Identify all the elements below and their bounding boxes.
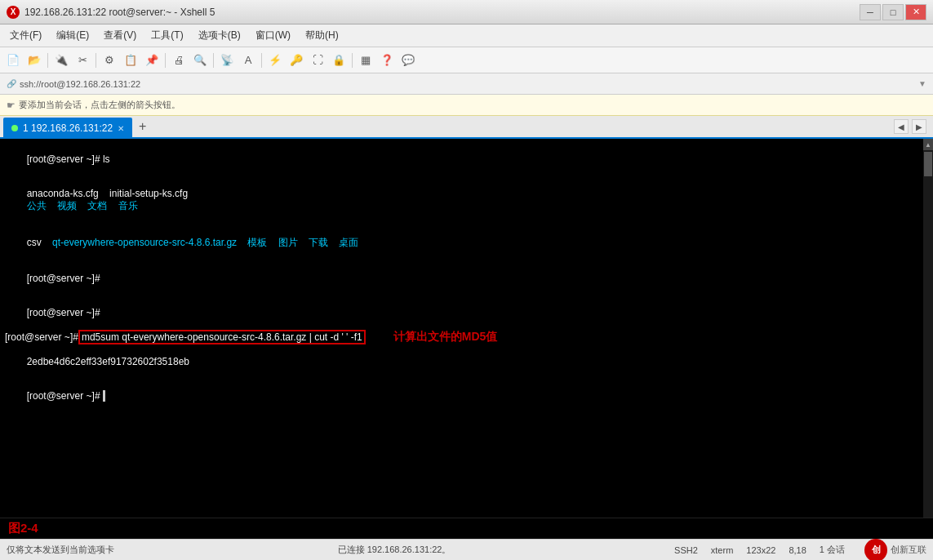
term-line-3: csv qt-everywhere-opensource-src-4.8.6.t… bbox=[5, 224, 918, 261]
annotation-md5: 计算出文件的MD5值 bbox=[382, 330, 498, 344]
term-line-5: [root@server ~]# bbox=[5, 296, 918, 330]
address-dropdown[interactable]: ▼ bbox=[918, 79, 926, 88]
menu-help[interactable]: 帮助(H) bbox=[299, 26, 345, 45]
status-size: 123x22 bbox=[746, 545, 775, 555]
title-left: X 192.168.26.131:22 root@server:~ - Xshe… bbox=[7, 6, 215, 19]
copy-button[interactable]: 📋 bbox=[121, 51, 140, 70]
ssh-icon: 🔗 bbox=[7, 79, 16, 88]
terminal[interactable]: [root@server ~]# ls anaconda-ks.cfg init… bbox=[0, 139, 923, 518]
status-position: 8,18 bbox=[789, 545, 806, 555]
info-text: 要添加当前会话，点击左侧的箭头按钮。 bbox=[19, 99, 180, 111]
print-button[interactable]: 🖨 bbox=[169, 51, 189, 70]
md5-value: 2edbe4d6c2eff33ef91732602f3518eb bbox=[27, 356, 189, 367]
term-line-2: anaconda-ks.cfg initial-setup-ks.cfg 公共 … bbox=[5, 176, 918, 224]
cmd-md5: md5sum qt-everywhere-opensource-src-4.8.… bbox=[78, 330, 366, 344]
status-send-text: 仅将文本发送到当前选项卡 bbox=[7, 544, 114, 556]
cmd-ls: ls bbox=[103, 153, 110, 165]
disconnect-button[interactable]: ✂ bbox=[73, 51, 92, 70]
font-button[interactable]: A bbox=[238, 51, 258, 70]
new-session-button[interactable]: 📄 bbox=[3, 51, 23, 70]
tab-prev-button[interactable]: ◀ bbox=[894, 119, 909, 134]
tab-1[interactable]: 1 192.168.26.131:22 ✕ bbox=[3, 118, 132, 139]
figure-label-bar: 图2-4 bbox=[0, 518, 933, 539]
key-button[interactable]: 🔑 bbox=[287, 51, 306, 70]
paste-button[interactable]: 📌 bbox=[142, 51, 162, 70]
toolbar-sep-4 bbox=[213, 53, 214, 68]
watermark-text: 创新互联 bbox=[891, 544, 926, 556]
app-icon: X bbox=[7, 6, 20, 19]
col-1: 公共 视频 文档 音乐 bbox=[27, 200, 138, 211]
term-line-6: [root@server ~]# md5sum qt-everywhere-op… bbox=[5, 330, 918, 344]
menu-file[interactable]: 文件(F) bbox=[3, 26, 48, 45]
status-protocol: SSH2 bbox=[674, 545, 698, 555]
menu-edit[interactable]: 编辑(E) bbox=[50, 26, 96, 45]
watermark: 创 创新互联 bbox=[864, 539, 926, 561]
tab-add-button[interactable]: + bbox=[132, 116, 153, 137]
fullscreen-button[interactable]: ⛶ bbox=[308, 51, 327, 70]
tab-label: 1 192.168.26.131:22 bbox=[23, 122, 113, 134]
term-line-7: 2edbe4d6c2eff33ef91732602f3518eb bbox=[5, 344, 918, 379]
tab-bar: 1 192.168.26.131:22 ✕ + ◀ ▶ bbox=[0, 116, 933, 139]
toolbar-sep-2 bbox=[96, 53, 96, 68]
prompt-3: [root@server ~]# bbox=[27, 307, 103, 318]
spacer bbox=[237, 237, 247, 248]
menu-view[interactable]: 查看(V) bbox=[97, 26, 143, 45]
connect-button[interactable]: 🔌 bbox=[51, 51, 71, 70]
transfer-button[interactable]: 📡 bbox=[217, 51, 237, 70]
term-line-8: [root@server ~]# bbox=[5, 379, 918, 413]
close-button[interactable]: ✕ bbox=[905, 4, 926, 20]
file-anaconda: anaconda-ks.cfg initial-setup-ks.cfg bbox=[27, 188, 273, 199]
status-left: 仅将文本发送到当前选项卡 bbox=[7, 544, 114, 556]
menu-bar: 文件(F) 编辑(E) 查看(V) 工具(T) 选项卡(B) 窗口(W) 帮助(… bbox=[0, 24, 933, 47]
tab-next-button[interactable]: ▶ bbox=[912, 119, 926, 134]
info-icon: ☛ bbox=[7, 100, 16, 111]
toolbar: 📄 📂 🔌 ✂ ⚙ 📋 📌 🖨 🔍 📡 A ⚡ 🔑 ⛶ 🔒 ▦ ❓ 💬 bbox=[0, 47, 933, 73]
window-title: 192.168.26.131:22 root@server:~ - Xshell… bbox=[24, 7, 215, 18]
term-line-4: [root@server ~]# bbox=[5, 261, 918, 296]
term-line-1: [root@server ~]# ls bbox=[5, 142, 918, 176]
lock-button[interactable]: 🔒 bbox=[329, 51, 349, 70]
connection-status: 已连接 192.168.26.131:22。 bbox=[338, 544, 451, 554]
layout-button[interactable]: ▦ bbox=[356, 51, 375, 70]
cursor bbox=[103, 390, 105, 402]
title-controls: ─ □ ✕ bbox=[860, 4, 926, 20]
toolbar-sep-6 bbox=[352, 53, 353, 68]
prompt-1: [root@server ~]# bbox=[27, 153, 103, 165]
help-button[interactable]: ❓ bbox=[377, 51, 397, 70]
file-qt: qt-everywhere-opensource-src-4.8.6.tar.g… bbox=[52, 237, 237, 248]
macro-button[interactable]: ⚡ bbox=[265, 51, 285, 70]
file-csv: csv bbox=[27, 237, 52, 248]
open-button[interactable]: 📂 bbox=[24, 51, 44, 70]
status-right: SSH2 xterm 123x22 8,18 1 会话 创 创新互联 bbox=[674, 539, 926, 561]
maximize-button[interactable]: □ bbox=[882, 4, 904, 20]
watermark-logo-icon: 创 bbox=[864, 539, 887, 561]
address-bar: 🔗 ssh://root@192.168.26.131:22 ▼ bbox=[0, 73, 933, 95]
prompt-5: [root@server ~]# bbox=[27, 390, 103, 402]
minimize-button[interactable]: ─ bbox=[860, 4, 881, 20]
scroll-thumb[interactable] bbox=[924, 152, 932, 176]
prompt-4: [root@server ~]# bbox=[5, 331, 78, 343]
menu-window[interactable]: 窗口(W) bbox=[249, 26, 297, 45]
figure-label: 图2-4 bbox=[8, 521, 38, 536]
status-sessions: 1 会话 bbox=[820, 544, 845, 556]
scroll-up-button[interactable]: ▲ bbox=[923, 139, 933, 150]
toolbar-sep-1 bbox=[47, 53, 48, 68]
address-text: ssh://root@192.168.26.131:22 bbox=[20, 79, 140, 89]
find-button[interactable]: 🔍 bbox=[190, 51, 210, 70]
tab-close-icon[interactable]: ✕ bbox=[118, 124, 124, 133]
menu-tools[interactable]: 工具(T) bbox=[144, 26, 189, 45]
title-bar: X 192.168.26.131:22 root@server:~ - Xshe… bbox=[0, 0, 933, 24]
tab-navigation: ◀ ▶ bbox=[891, 116, 930, 137]
status-bar: 仅将文本发送到当前选项卡 已连接 192.168.26.131:22。 SSH2… bbox=[0, 539, 933, 560]
info-bar: ☛ 要添加当前会话，点击左侧的箭头按钮。 bbox=[0, 95, 933, 116]
menu-tabs[interactable]: 选项卡(B) bbox=[192, 26, 247, 45]
prompt-2: [root@server ~]# bbox=[27, 273, 103, 284]
tab-status-dot bbox=[11, 125, 18, 131]
session-manager[interactable]: ⚙ bbox=[100, 51, 119, 70]
col-2: 模板 图片 下载 桌面 bbox=[247, 237, 358, 248]
terminal-scrollbar: ▲ bbox=[923, 139, 933, 518]
status-terminal: xterm bbox=[711, 545, 734, 555]
toolbar-sep-5 bbox=[261, 53, 262, 68]
toolbar-sep-3 bbox=[165, 53, 166, 68]
chat-button[interactable]: 💬 bbox=[398, 51, 418, 70]
